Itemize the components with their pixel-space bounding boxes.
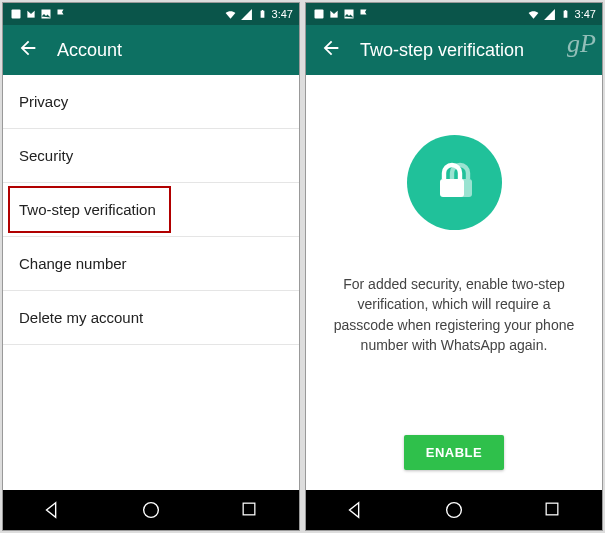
list-item-delete-account[interactable]: Delete my account	[3, 291, 299, 345]
wifi-icon	[527, 8, 540, 21]
settings-list: Privacy Security Two-step verification C…	[3, 75, 299, 490]
list-item-security[interactable]: Security	[3, 129, 299, 183]
watermark: gP	[567, 29, 596, 59]
content-area: For added security, enable two-step veri…	[306, 75, 602, 490]
nav-back-icon[interactable]	[41, 499, 63, 521]
statusbar-right-icons: 3:47	[527, 8, 596, 21]
app-bar: Two-step verification	[306, 25, 602, 75]
nav-recent-icon[interactable]	[239, 499, 261, 521]
svg-rect-4	[314, 10, 323, 19]
list-item-label: Privacy	[19, 93, 68, 110]
app-bar: Account	[3, 25, 299, 75]
image-icon	[342, 8, 355, 21]
phone-left: 3:47 Account Privacy Security Two-step v…	[2, 2, 300, 531]
list-item-privacy[interactable]: Privacy	[3, 75, 299, 129]
svg-point-8	[447, 503, 462, 518]
battery-icon	[256, 8, 269, 21]
clock-time: 3:47	[272, 8, 293, 20]
enable-button[interactable]: ENABLE	[404, 435, 504, 470]
phone-right: 3:47 Two-step verification gP	[305, 2, 603, 531]
signal-icon	[240, 8, 253, 21]
nav-back-icon[interactable]	[344, 499, 366, 521]
lock-icon	[430, 157, 478, 209]
signal-icon	[543, 8, 556, 21]
list-item-two-step[interactable]: Two-step verification	[3, 183, 299, 237]
nav-bar	[306, 490, 602, 530]
battery-icon	[559, 8, 572, 21]
list-item-label: Change number	[19, 255, 127, 272]
svg-rect-0	[11, 10, 20, 19]
svg-rect-7	[440, 179, 464, 197]
list-item-label: Delete my account	[19, 309, 143, 326]
mail-icon	[24, 8, 37, 21]
flag-icon	[54, 8, 67, 21]
nav-recent-icon[interactable]	[542, 499, 564, 521]
image-icon	[39, 8, 52, 21]
back-icon[interactable]	[17, 37, 39, 63]
mail-icon	[327, 8, 340, 21]
page-title: Account	[57, 40, 122, 61]
description-text: For added security, enable two-step veri…	[330, 274, 578, 355]
lock-circle	[407, 135, 502, 230]
nav-bar	[3, 490, 299, 530]
svg-rect-9	[546, 503, 558, 515]
list-item-label: Security	[19, 147, 73, 164]
nav-home-icon[interactable]	[140, 499, 162, 521]
flag-icon	[357, 8, 370, 21]
svg-point-2	[144, 503, 159, 518]
list-item-change-number[interactable]: Change number	[3, 237, 299, 291]
list-item-label: Two-step verification	[19, 201, 156, 218]
statusbar-left-icons	[312, 8, 370, 21]
statusbar-right-icons: 3:47	[224, 8, 293, 21]
status-bar: 3:47	[306, 3, 602, 25]
notification-icon	[9, 8, 22, 21]
notification-icon	[312, 8, 325, 21]
svg-rect-3	[243, 503, 255, 515]
clock-time: 3:47	[575, 8, 596, 20]
back-icon[interactable]	[320, 37, 342, 63]
nav-home-icon[interactable]	[443, 499, 465, 521]
status-bar: 3:47	[3, 3, 299, 25]
statusbar-left-icons	[9, 8, 67, 21]
page-title: Two-step verification	[360, 40, 524, 61]
wifi-icon	[224, 8, 237, 21]
